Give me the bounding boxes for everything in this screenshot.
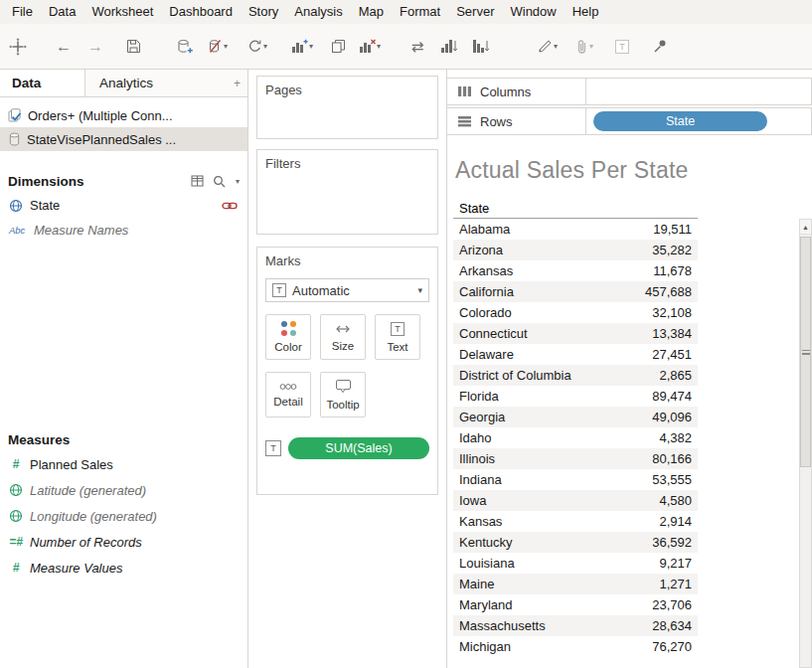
table-row[interactable]: Florida89,474: [453, 386, 698, 407]
view-data-grid-icon[interactable]: [191, 175, 204, 187]
datasource-label: Orders+ (Multiple Conn...: [28, 108, 173, 123]
clear-sheet-icon[interactable]: ▾: [356, 32, 384, 62]
value-cell: 4,580: [620, 493, 698, 508]
menu-item-window[interactable]: Window: [502, 0, 564, 24]
value-cell: 2,914: [620, 514, 698, 529]
menu-item-data[interactable]: Data: [41, 0, 83, 24]
menu-item-file[interactable]: File: [4, 0, 41, 24]
detail-label: Detail: [273, 396, 302, 408]
table-row[interactable]: Arizona35,282: [453, 240, 698, 260]
table-row[interactable]: Georgia49,096: [453, 407, 698, 427]
columns-text: Columns: [480, 84, 531, 99]
table-row[interactable]: Iowa4,580: [453, 490, 698, 511]
run-auto-updates-icon[interactable]: ▾: [244, 32, 270, 62]
tooltip-button[interactable]: Tooltip: [320, 372, 366, 418]
field-number-of-records[interactable]: =# Number of Records: [0, 529, 247, 555]
tableau-logo-icon[interactable]: [6, 32, 30, 62]
duplicate-sheet-icon[interactable]: [326, 32, 350, 62]
value-cell: 457,688: [620, 284, 698, 299]
sort-ascending-icon[interactable]: [437, 32, 461, 62]
table-row[interactable]: Arkansas11,678: [453, 260, 698, 281]
pause-auto-updates-icon[interactable]: ▾: [205, 32, 231, 62]
table-row[interactable]: Indiana53,555: [453, 469, 698, 490]
scrollbar-thumb[interactable]: [800, 237, 811, 467]
size-button[interactable]: Size: [320, 314, 366, 360]
table-row[interactable]: Colorado32,108: [453, 302, 698, 323]
attach-icon[interactable]: ▾: [572, 32, 596, 62]
menu-item-analysis[interactable]: Analysis: [286, 0, 350, 24]
table-row[interactable]: California457,688: [453, 281, 698, 302]
search-icon[interactable]: [213, 175, 226, 188]
globe-icon: [9, 509, 23, 523]
new-data-source-icon[interactable]: [173, 32, 197, 62]
value-cell: 76,270: [620, 639, 698, 654]
field-longitude[interactable]: Longitude (generated): [0, 503, 247, 529]
swap-rows-columns-icon[interactable]: ⇄: [406, 32, 429, 62]
rows-drop-area[interactable]: State: [586, 111, 811, 131]
state-cell: Idaho: [453, 430, 620, 445]
sheet-title: Actual Sales Per State: [455, 157, 812, 184]
database-icon: [8, 132, 21, 146]
undo-arrow-icon[interactable]: ←: [52, 32, 76, 62]
save-icon[interactable]: [121, 32, 145, 62]
table-row[interactable]: District of Columbia2,865: [453, 365, 698, 386]
pin-icon[interactable]: [648, 32, 672, 62]
field-measure-names[interactable]: Abc Measure Names: [0, 218, 247, 243]
menu-item-format[interactable]: Format: [392, 0, 448, 24]
highlight-icon[interactable]: ▾: [535, 32, 561, 62]
menu-item-worksheet[interactable]: Worksheet: [83, 0, 161, 24]
columns-icon: [457, 85, 472, 97]
datasource-statevise[interactable]: StateVisePlannedSales ...: [0, 127, 247, 151]
table-row[interactable]: Kansas2,914: [453, 511, 698, 532]
vertical-scrollbar[interactable]: ▲: [799, 219, 812, 668]
new-worksheet-icon[interactable]: ▾: [288, 32, 316, 62]
filters-shelf[interactable]: Filters: [256, 149, 438, 235]
field-latitude[interactable]: Latitude (generated): [0, 477, 247, 503]
table-row[interactable]: Maine1,271: [453, 574, 698, 594]
globe-icon: [9, 199, 23, 213]
value-cell: 28,634: [620, 618, 698, 633]
table-row[interactable]: Massachusetts28,634: [453, 615, 698, 636]
color-button[interactable]: Color: [265, 314, 311, 360]
menu-item-map[interactable]: Map: [351, 0, 392, 24]
table-row[interactable]: Maryland23,706: [453, 594, 698, 615]
field-measure-values[interactable]: # Measure Values: [0, 555, 247, 581]
table-row[interactable]: Connecticut13,384: [453, 323, 698, 344]
column-header[interactable]: State: [453, 198, 698, 219]
table-row[interactable]: Alabama19,511: [453, 219, 698, 240]
scroll-up-arrow[interactable]: ▲: [800, 220, 811, 235]
rows-pill[interactable]: State: [593, 111, 767, 131]
mark-type-dropdown[interactable]: T Automatic ▾: [265, 278, 429, 302]
field-state[interactable]: State: [0, 193, 247, 218]
value-cell: 9,217: [620, 556, 698, 571]
text-button[interactable]: T Text: [375, 314, 420, 360]
table-row[interactable]: Illinois80,166: [453, 448, 698, 469]
sort-descending-icon[interactable]: [469, 32, 493, 62]
chevron-down-icon[interactable]: ▾: [236, 177, 240, 186]
menu-item-server[interactable]: Server: [448, 0, 502, 24]
link-icon[interactable]: [222, 202, 238, 210]
detail-button[interactable]: Detail: [265, 372, 311, 418]
pages-shelf[interactable]: Pages: [256, 76, 438, 139]
menu-item-story[interactable]: Story: [241, 0, 286, 24]
menu-item-help[interactable]: Help: [565, 0, 607, 24]
pane-options-icon[interactable]: +: [234, 77, 241, 90]
table-row[interactable]: Michigan76,270: [453, 636, 698, 657]
menu-item-dashboard[interactable]: Dashboard: [161, 0, 241, 24]
datasource-orders[interactable]: Orders+ (Multiple Conn...: [0, 103, 247, 127]
table-row[interactable]: Kentucky36,592: [453, 532, 698, 553]
tab-data[interactable]: Data: [0, 70, 85, 96]
columns-shelf[interactable]: Columns: [447, 78, 812, 105]
field-planned-sales[interactable]: # Planned Sales: [0, 451, 247, 477]
show-mark-labels-icon[interactable]: T: [610, 32, 634, 62]
sum-sales-pill[interactable]: SUM(Sales): [288, 437, 429, 459]
state-cell: Arkansas: [453, 263, 620, 278]
tab-analytics[interactable]: Analytics +: [85, 70, 247, 96]
rows-shelf[interactable]: Rows State: [447, 107, 812, 135]
data-pane: Data Analytics + Orders+ (Multiple Conn.…: [0, 70, 248, 668]
redo-arrow-icon[interactable]: →: [83, 32, 107, 62]
table-row[interactable]: Delaware27,451: [453, 344, 698, 365]
table-row[interactable]: Idaho4,382: [453, 427, 698, 448]
shelf-panel: Pages Filters Marks T Automatic ▾ Color: [248, 70, 447, 668]
table-row[interactable]: Louisiana9,217: [453, 553, 698, 574]
